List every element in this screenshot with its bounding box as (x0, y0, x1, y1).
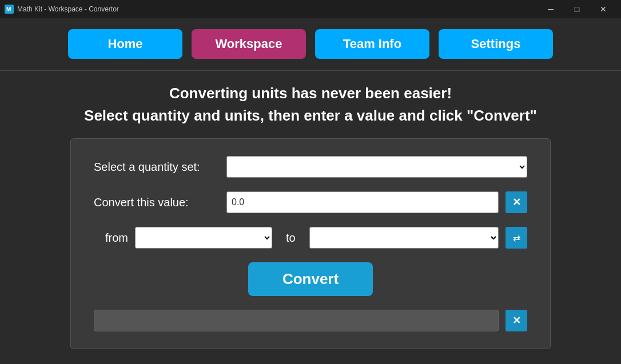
clear-value-button[interactable]: ✕ (505, 191, 527, 213)
convert-button[interactable]: Convert (248, 262, 373, 296)
window-controls: ─ □ ✕ (538, 0, 616, 18)
value-input[interactable] (226, 191, 499, 213)
title-bar: M Math Kit - Workspace - Convertor ─ □ ✕ (0, 0, 621, 18)
quantity-select[interactable]: Length Mass Temperature Volume Speed Are… (226, 156, 527, 178)
title-bar-left: M Math Kit - Workspace - Convertor (5, 5, 119, 14)
swap-icon: ⇄ (513, 233, 520, 243)
settings-nav-button[interactable]: Settings (439, 29, 553, 59)
headline-line1: Converting units has never been easier! (84, 82, 537, 105)
teaminfo-nav-button[interactable]: Team Info (315, 29, 429, 59)
headline: Converting units has never been easier! … (84, 82, 537, 127)
workspace-nav-button[interactable]: Workspace (192, 29, 306, 59)
app-icon: M (5, 5, 14, 14)
main-content: Converting units has never been easier! … (0, 71, 621, 364)
convert-row: Convert (94, 262, 527, 296)
maximize-button[interactable]: □ (564, 0, 590, 18)
home-nav-button[interactable]: Home (68, 29, 182, 59)
clear-result-button[interactable]: ✕ (505, 310, 527, 331)
result-display (94, 310, 499, 331)
to-label: to (286, 231, 296, 245)
window-title: Math Kit - Workspace - Convertor (17, 5, 119, 13)
from-to-row: from to ⇄ (94, 227, 527, 249)
svg-text:M: M (6, 6, 11, 13)
close-button[interactable]: ✕ (590, 0, 616, 18)
value-label: Convert this value: (94, 196, 220, 209)
from-unit-select[interactable] (135, 227, 272, 249)
swap-units-button[interactable]: ⇄ (505, 227, 527, 249)
quantity-row: Select a quantity set: Length Mass Tempe… (94, 156, 527, 178)
to-unit-select[interactable] (309, 227, 499, 249)
value-row: Convert this value: ✕ (94, 191, 527, 213)
converter-panel: Select a quantity set: Length Mass Tempe… (70, 138, 551, 349)
nav-bar: Home Workspace Team Info Settings (0, 18, 621, 71)
from-label: from (94, 231, 128, 245)
minimize-button[interactable]: ─ (538, 0, 564, 18)
headline-line2: Select quantity and units, then enter a … (84, 105, 537, 127)
quantity-label: Select a quantity set: (94, 161, 220, 174)
result-row: ✕ (94, 310, 527, 331)
